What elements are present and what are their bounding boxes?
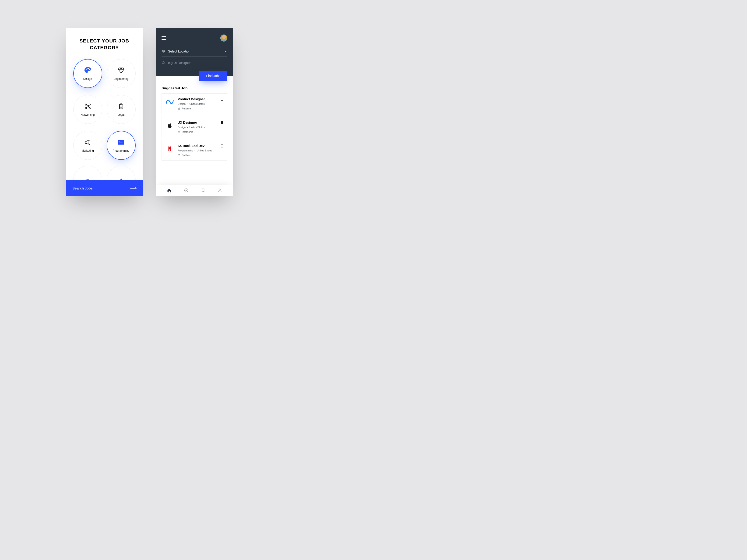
section-title: Suggested Job: [161, 86, 227, 90]
svg-rect-12: [178, 131, 180, 133]
palette-icon: [84, 66, 92, 75]
avatar[interactable]: [221, 34, 227, 42]
tab-bookmarks[interactable]: [201, 188, 205, 193]
bookmark-icon[interactable]: [220, 97, 224, 102]
tab-explore[interactable]: [184, 188, 189, 193]
menu-icon[interactable]: [161, 36, 166, 40]
svg-rect-7: [118, 140, 124, 145]
netflix-logo-icon: [165, 144, 174, 153]
search-jobs-button[interactable]: Search Jobs ⟶: [66, 180, 143, 196]
nodes-icon: [84, 102, 92, 110]
category-select-screen: SELECT YOUR JOB CATEGORY Design Engineer…: [66, 28, 143, 196]
search-icon: [161, 61, 165, 64]
tab-bar: [156, 185, 233, 196]
terminal-icon: [117, 138, 125, 146]
find-jobs-button[interactable]: Find Jobs: [199, 71, 227, 81]
arrow-right-icon: ⟶: [130, 185, 136, 191]
bookmark-icon[interactable]: [220, 121, 224, 125]
page-title: SELECT YOUR JOB CATEGORY: [66, 28, 143, 57]
clipboard-icon: [117, 102, 125, 110]
svg-rect-11: [178, 108, 180, 109]
pin-icon: [161, 50, 165, 53]
briefcase-icon: [178, 130, 180, 133]
search-header: Select Location e.g UI Designer Find Job…: [156, 28, 233, 76]
category-engineering[interactable]: Engineering: [106, 59, 136, 89]
svg-point-10: [162, 61, 164, 64]
chevron-down-icon: [224, 50, 227, 53]
job-card[interactable]: Sr. Back End Dev Programming • Unites St…: [161, 140, 227, 161]
apple-logo-icon: [165, 121, 174, 130]
svg-point-14: [184, 189, 188, 192]
bookmark-icon[interactable]: [220, 144, 224, 148]
svg-point-9: [163, 51, 164, 51]
meta-logo-icon: [165, 97, 174, 107]
job-listing-screen: Select Location e.g UI Designer Find Job…: [156, 28, 233, 196]
svg-point-15: [219, 189, 221, 190]
job-card[interactable]: UX Designer Design • Unites States Inter…: [161, 117, 227, 137]
megaphone-icon: [84, 138, 92, 146]
tab-home[interactable]: [167, 188, 172, 193]
category-networking[interactable]: Networking: [73, 95, 102, 125]
tab-profile[interactable]: [217, 188, 222, 193]
diamond-icon: [117, 66, 125, 75]
category-programming[interactable]: Programming: [106, 131, 136, 161]
job-card[interactable]: Product Designer Design • Unites States …: [161, 93, 227, 114]
svg-point-8: [121, 179, 122, 180]
svg-rect-13: [178, 155, 180, 156]
category-grid: Design Engineering Networking: [66, 57, 143, 196]
category-design[interactable]: Design: [73, 59, 102, 89]
search-input[interactable]: e.g UI Designer: [161, 57, 227, 64]
category-marketing[interactable]: Marketing: [73, 131, 102, 161]
briefcase-icon: [178, 154, 180, 157]
location-select[interactable]: Select Location: [161, 48, 227, 57]
briefcase-icon: [178, 107, 180, 110]
category-legal[interactable]: Legal: [106, 95, 136, 125]
